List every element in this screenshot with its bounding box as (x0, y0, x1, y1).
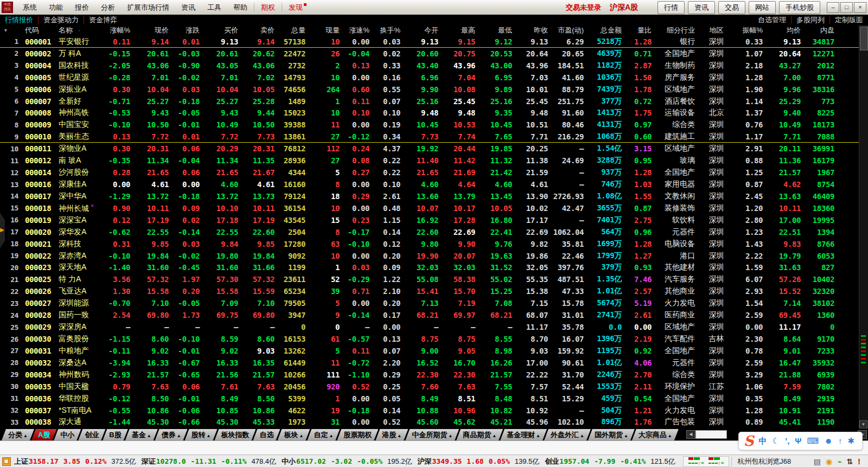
column-header-内盘[interactable]: 内盘 (804, 25, 838, 35)
menu-item-帮助[interactable]: 帮助 (227, 0, 253, 15)
column-header-涨速%[interactable]: 涨速% (343, 25, 373, 35)
expand-arrow-icon[interactable]: ▶ (0, 227, 4, 233)
share-icon[interactable]: ↑ (838, 436, 843, 445)
market-tab-自选[interactable]: 自选 (253, 429, 280, 440)
updown-arrows-icon[interactable]: ⇅ (847, 457, 853, 466)
table-row[interactable]: 3000004国农科技-2.0543.06-0.9043.0543.062732… (0, 60, 859, 72)
quick-button-手机炒股[interactable]: 手机炒股 (779, 1, 820, 14)
market-tab-股转[interactable]: 股转▲ (185, 429, 218, 440)
table-row[interactable]: 20000023深天地A-1.4031.60-0.4531.6031.66119… (0, 262, 859, 274)
table-row[interactable]: 22000026飞亚达A1.3015.580.2015.5815.5965234… (0, 285, 859, 297)
table-row[interactable]: 5000006深振业A0.3010.040.0310.0410.05746562… (0, 84, 859, 95)
vertical-scrollbar[interactable]: ▼ (859, 25, 868, 428)
column-header-corner[interactable]: ▼ (0, 28, 22, 33)
menu-item-发现[interactable]: 发现 (283, 0, 312, 15)
table-row[interactable]: 15000018神州长城×0.9010.110.0910.1010.113615… (0, 202, 859, 214)
sogou-logo[interactable]: S (744, 433, 754, 449)
tabs-scrollbar-thumb[interactable] (695, 430, 727, 439)
quick-button-网站[interactable]: 网站 (749, 1, 776, 14)
column-header-最高[interactable]: 最高 (442, 25, 478, 35)
table-row[interactable]: 10000011深物业A0.3020.310.0620.2920.3176812… (0, 143, 859, 155)
column-header-今开[interactable]: 今开 (404, 25, 442, 35)
table-row[interactable]: 29000034神州数码-2.9321.57-0.6521.5621.57102… (0, 369, 859, 381)
column-header-名称[interactable]: 名称· (55, 25, 105, 35)
table-row[interactable]: 23000027深圳能源-0.707.10-0.057.097.10795055… (0, 297, 859, 309)
index-panel-icon[interactable] (2, 457, 11, 466)
column-header-买价[interactable]: 买价 (203, 25, 241, 35)
column-header-现价[interactable]: 现价 (133, 25, 172, 35)
table-row[interactable]: 25000029深深房A–––––00–0.00–––11.1735.780.0… (0, 321, 859, 333)
menu-item-资讯[interactable]: 资讯 (175, 0, 201, 15)
table-row[interactable]: 9000010美丽生态0.137.720.017.727.731386127-0… (0, 131, 859, 143)
market-tab-创业[interactable]: 创业 (78, 429, 105, 440)
signal-tower-icon[interactable]: ⌁ (837, 457, 841, 466)
index-中小[interactable]: 中小6517.02-3.02-0.05%195.2亿 (282, 457, 412, 466)
market-tab-商品期货[interactable]: 商品期货▲ (456, 429, 503, 440)
view-tab-行情报价[interactable]: 行情报价 (0, 15, 38, 25)
market-tab-板块指数[interactable]: 板块指数 (214, 429, 256, 440)
column-header-卖价[interactable]: 卖价 (241, 25, 278, 35)
restore-button[interactable]: □ (840, 2, 853, 13)
table-row[interactable]: 19000022深赤湾A-0.1019.84-0.0219.8019.84909… (0, 250, 859, 262)
table-row[interactable]: 26000030富奥股份-1.158.60-0.108.598.60161536… (0, 333, 859, 345)
view-tab-资金驱动力[interactable]: 资金驱动力 (39, 15, 84, 25)
market-tab-基金理财[interactable]: 基金理财▲ (500, 429, 547, 440)
menu-item-系统[interactable]: 系统 (17, 0, 43, 15)
market-tab-A股[interactable]: A股 (31, 429, 56, 440)
chinese-mode-icon[interactable]: 中 (759, 436, 767, 445)
column-header-地区[interactable]: 地区 (698, 25, 735, 35)
column-header-振幅%[interactable]: 振幅% (735, 25, 766, 35)
table-row[interactable]: 11000012南 玻A-0.3511.34-0.0411.3411.35289… (0, 155, 859, 167)
table-row[interactable]: 7000008神州高铁-0.539.43-0.059.439.441502310… (0, 107, 859, 119)
table-row[interactable]: 32000037*ST南电A-0.5510.86-0.0610.8510.864… (0, 405, 859, 417)
market-tab-大宗商品[interactable]: 大宗商品▲ (632, 429, 679, 440)
alert-icon[interactable]: ! (858, 457, 860, 466)
column-header-细分行业[interactable]: 细分行业 (655, 25, 698, 35)
market-tab-板块[interactable]: 板块▲ (277, 429, 310, 440)
market-tab-国外期货[interactable]: 国外期货▲ (588, 429, 635, 440)
table-row[interactable]: 12000014沙河股份0.2821.650.0621.6521.6743445… (0, 167, 859, 178)
settings-icon[interactable]: ✱ (847, 436, 854, 445)
table-row[interactable]: 21000025特 力A3.5657.321.9757.3057.3223611… (0, 273, 859, 285)
table-row[interactable]: 1000001平安银行0.119.140.019.139.1457138100.… (0, 36, 859, 48)
microphone-icon[interactable]: Ψ (795, 436, 801, 445)
table-row[interactable]: 4000005世纪星源-0.287.01-0.027.017.021479310… (0, 72, 859, 84)
market-tab-港股[interactable]: 港股▲ (375, 429, 408, 440)
quick-button-资讯[interactable]: 资讯 (688, 1, 715, 14)
table-row[interactable]: 17000020深华发A-0.6222.55-0.1422.5522.60250… (0, 226, 859, 238)
market-tab-B股[interactable]: B股 (103, 429, 127, 440)
market-tab-中金所期货[interactable]: 中金所期货▲ (405, 429, 459, 440)
table-row[interactable]: 8000009中国宝安-0.1010.50-0.0110.4910.503938… (0, 119, 859, 131)
table-row[interactable]: 30000035中国天楹0.797.630.067.617.6320456920… (0, 381, 859, 393)
column-header-涨幅%[interactable]: 涨幅% (105, 25, 133, 35)
table-row[interactable]: 33000038深大通-1.4445.30-0.6645.3045.331973… (0, 417, 859, 428)
quick-button-行情[interactable]: 行情 (658, 1, 685, 14)
menu-item-工具[interactable]: 工具 (201, 0, 227, 15)
market-tab-债券[interactable]: 债券▲ (155, 429, 188, 440)
column-header-涨跌[interactable]: 涨跌 (172, 25, 203, 35)
tabs-scroll-left-button[interactable]: ◀ (686, 430, 695, 439)
column-header-总金额[interactable]: 总金额 (587, 25, 625, 35)
column-header-量比[interactable]: 量比 (625, 25, 655, 35)
scroll-down-button[interactable]: ▼ (859, 420, 867, 428)
column-header-代码[interactable]: 代码 (22, 25, 55, 35)
user-icon[interactable]: ☻ (824, 436, 833, 445)
market-tab-自定[interactable]: 自定▲ (307, 429, 340, 440)
close-button[interactable]: × (854, 2, 866, 13)
table-row[interactable]: 27000031中粮地产-0.119.02-0.019.029.03132625… (0, 345, 859, 357)
market-tab-中小[interactable]: 中小 (54, 429, 81, 440)
column-header-市盈(动)[interactable]: 市盈(动) (551, 25, 587, 35)
index-上证[interactable]: 上证3158.173.850.12%372.5亿 (14, 457, 136, 466)
market-tab-分类[interactable]: 分类▲ (2, 429, 34, 440)
quick-button-交易[interactable]: 交易 (718, 1, 745, 14)
moon-icon[interactable]: ☾ (773, 436, 780, 445)
menu-item-功能[interactable]: 功能 (43, 0, 69, 15)
table-row[interactable]: 13000016深康佳A0.004.610.004.604.611616080.… (0, 178, 859, 190)
market-tab-股票期权[interactable]: 股票期权 (337, 429, 378, 440)
column-header-昨收[interactable]: 昨收 (515, 25, 551, 35)
table-row[interactable]: 2000002万 科A-0.1520.61-0.0320.6120.622247… (0, 48, 859, 60)
table-row[interactable]: 6000007全新好-0.7125.27-0.1825.2725.2814891… (0, 95, 859, 107)
index-沪深[interactable]: 沪深3349.351.680.05%139.5亿 (418, 457, 540, 466)
view-tab-资金博弈[interactable]: 资金博弈 (84, 15, 122, 25)
table-row[interactable]: 14000017深中华A-1.2913.72-0.1813.7213.73791… (0, 190, 859, 202)
